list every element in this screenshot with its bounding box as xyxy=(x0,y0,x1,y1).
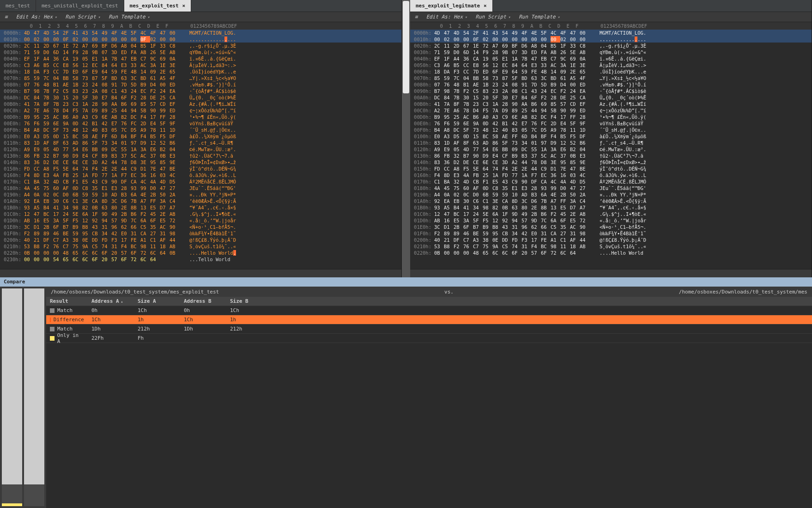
hex-row[interactable]: 0150h:FDCCA8F55E6474F42E2E44C9D17E47BEýÌ… xyxy=(410,165,812,172)
hex-row[interactable]: 01A0h:92EAEB30C6C13ECA8D3CD67BA7FF3AC4’ê… xyxy=(410,198,812,204)
hex-row[interactable]: 0140h:8336D2DECE6ECE3DA24478D83E95859Eƒ6… xyxy=(0,159,401,165)
hex-row[interactable]: 01C0h:1247BC17245E6A1F9D492BB6F2452EAB.G… xyxy=(0,211,401,217)
sync-scrollbar[interactable] xyxy=(402,0,410,277)
hex-row[interactable]: 00C0h:A27EA678D4F57AD9892544945B9099ED¢~… xyxy=(410,107,812,114)
hex-row[interactable]: 00F0h:B4A8DC5F7348124083057CD5A978111D´¨… xyxy=(410,127,812,133)
hex-row[interactable]: 0200h:4021DFC7A3380EDDFDF317FEA1C1AF44@!… xyxy=(410,237,812,243)
hex-row[interactable]: 0080h:077648B1AE1B232408917D5DB9D400ED.v… xyxy=(0,81,401,88)
hex-row[interactable]: 0230h:00000054656C6C6F20576F726C64...Tel… xyxy=(0,256,401,263)
hex-row[interactable]: 0110h:831DAF8F63AD865F73340197D91252B6ƒ.… xyxy=(0,140,401,146)
hex-row[interactable]: 0050h:C3A6B5CCE85612EC8464E333AC3A1E3EÃ¦… xyxy=(0,62,401,68)
hex-row[interactable]: 00E0h:76F6596E9A0D42B142E776FC2DE45F9Fvö… xyxy=(0,120,401,127)
hex-row[interactable]: 0210h:53B8F276C7759AC57431F4BC981118ABS¸… xyxy=(410,243,812,250)
hex-row[interactable]: 0000h:4D474D542F414354494F4E5F4C4F4700MG… xyxy=(0,30,401,36)
hex-row[interactable]: 01F0h:F2898946BE5995CB3442E031CA273198ò‰… xyxy=(0,230,401,237)
hex-row[interactable]: 0170h:C1BA324DCBF1E543C990DFCA4C4A4DD5Áº… xyxy=(410,178,812,185)
hex-row[interactable]: 00A0h:DC847B3015205F30E7B46FF228DE25CAÜ„… xyxy=(0,94,401,101)
close-icon[interactable]: × xyxy=(182,3,186,9)
hex-row[interactable]: 01E0h:3CD12B6FB7B9B84331966266C535AC90<Ñ… xyxy=(410,224,812,230)
hex-row[interactable]: 0010h:000200000F0200000000000000020000..… xyxy=(410,36,812,43)
hex-row[interactable]: 0190h:A40A020CD06B595910ADB36A4E2B502A¤.… xyxy=(410,191,812,198)
hex-row[interactable]: 01F0h:F2898946BE5995CB3442E031CA273198ò‰… xyxy=(410,230,812,237)
tab-mes_test[interactable]: mes_test xyxy=(0,0,36,12)
hex-row[interactable]: 0040h:EF1FA436CA1905E11A7B47EBC79C690Aï.… xyxy=(410,55,812,62)
hex-row[interactable]: 0130h:86FB32B790D9E4CFB9B3375CAC370BE3†û… xyxy=(410,153,812,159)
hex-row[interactable]: 0030h:7159D06D14F9289B073DEDFAAB265EABqY… xyxy=(0,49,401,55)
hex-row[interactable]: 01C0h:1247BC17245E6A1F9D492BB6F2452EAB.G… xyxy=(410,211,812,217)
hex-row[interactable]: 0180h:4A457560AF0DC835E1E3289399D04727JE… xyxy=(410,185,812,191)
hex-row[interactable]: 00E0h:76F6596E9A0D42B142E776FC2DE45F9Fvö… xyxy=(410,120,812,127)
hex-row[interactable]: 01B0h:93A5B4413498820B63802E8B13E5D7A7“¥… xyxy=(0,204,401,211)
hex-row[interactable]: 0140h:8336D2DECE6ECE3DA24478D83E95859Eƒ6… xyxy=(410,159,812,165)
compare-minimap[interactable] xyxy=(0,287,46,508)
hex-row[interactable]: 0090h:B7987BF2C583232A08C14324ECF224EA·˜… xyxy=(410,88,812,94)
hex-row[interactable]: 0200h:4021DFC7A3380EDDFDF317FEA1C1AF44@!… xyxy=(0,237,401,243)
col-address-b[interactable]: Address B xyxy=(180,298,226,304)
col-address-a[interactable]: Address A▴ xyxy=(88,298,134,304)
hex-row[interactable]: 0160h:F48DE34AFB251AFD771AF7EC3616034Cô.… xyxy=(410,172,812,178)
edit-as-dropdown[interactable]: Edit As: Hex▾ xyxy=(426,14,467,20)
run-script-dropdown[interactable]: Run Script▾ xyxy=(476,14,511,20)
compare-row-diff[interactable]: Difference1Ch1h1Ch1h xyxy=(46,315,812,324)
hex-row[interactable]: 01E0h:3CD12B6FB7B9B84331966266C535AC90<Ñ… xyxy=(0,224,401,230)
hex-row[interactable]: 0050h:C3A6B5CCE85612EC8464E333AC3A1E3EÃ¦… xyxy=(410,62,812,68)
hex-row[interactable]: 00A0h:DC847B3015205F30E7B46FF228DE25CAÜ„… xyxy=(410,94,812,101)
hex-row[interactable]: 0040h:EF1FA436CA1905E11A7B47EBC79C690Aï.… xyxy=(0,55,401,62)
hex-row[interactable]: 00D0h:B99525ACB6A0A3C96EAB82DCF417FF28¹•… xyxy=(410,114,812,120)
tab-mes_unistall_exploit_test[interactable]: mes_unistall_exploit_test xyxy=(36,0,124,12)
hex-row[interactable]: 0060h:18DAF3CC7DED6FE96459FE4B14092E65.Ú… xyxy=(0,68,401,75)
hex-row[interactable]: 0010h:000200000F020000000000000F020000..… xyxy=(0,36,401,43)
hex-row[interactable]: 0030h:7159D06D14F9289B073DEDFAAB265EABqY… xyxy=(410,49,812,55)
hex-row[interactable]: 01D0h:AB16E53A5FF5129294579D7C6A6FE572«.… xyxy=(0,217,401,224)
config-icon[interactable]: ≡ xyxy=(415,14,418,20)
config-icon[interactable]: ≡ xyxy=(5,14,8,20)
col-size-a[interactable]: Size A xyxy=(134,298,180,304)
compare-row-onlya[interactable]: Only in A22FhFh xyxy=(46,334,812,343)
hex-row[interactable]: 0110h:831DAF8F63AD865F73340197D91252B6ƒ.… xyxy=(410,140,812,146)
run-script-dropdown[interactable]: Run Script▾ xyxy=(66,14,101,20)
hex-row[interactable]: 0060h:18DAF3CC7DED6FE96459FE4B14092E65.Ú… xyxy=(410,68,812,75)
hex-row[interactable]: 0220h:0B00000048656C6C6F20576F726C64 ...… xyxy=(410,250,812,256)
hex-row[interactable]: 0120h:A9E9054D7754E6BB09DC551A3AE6B204©é… xyxy=(410,146,812,153)
hex-row[interactable]: 0000h:4D474D542F414354494F4E5F4C4F4700MG… xyxy=(410,30,812,36)
hex-row[interactable]: 0120h:A9E9054D7754E6BB09DC551A3AE6B204©é… xyxy=(0,146,401,153)
hex-row[interactable]: 00D0h:B99525ACB6A0A3C96EAB82DCF417FF28¹•… xyxy=(0,114,401,120)
compare-row-match[interactable]: Match1Dh212h1Dh212h xyxy=(46,324,812,334)
hex-row[interactable]: 00B0h:417A8F7B23C31A2890AAB6698557CDEFAz… xyxy=(410,101,812,107)
hex-row[interactable]: 0070h:85597C04BB5873875FBD633CBD61A54F…Y… xyxy=(0,75,401,81)
hex-row[interactable]: 0190h:A40A020CD06B595910ADB36A4E2B502A¤.… xyxy=(0,191,401,198)
hex-row[interactable]: 01A0h:92EAEB30C6C13ECA8D3CD67BA7FF3AC4’ê… xyxy=(0,198,401,204)
edit-as-dropdown[interactable]: Edit As: Hex▾ xyxy=(16,14,57,20)
hex-row[interactable]: 0180h:4A457560AF0DC835E1E3289399D04727JE… xyxy=(0,185,401,191)
hex-row[interactable]: 0210h:53B8F276C7759AC57431F4BC981118ABS¸… xyxy=(0,243,401,250)
hex-view-right[interactable]: 0000h:4D474D542F414354494F4E5F4C4F4700MG… xyxy=(410,30,812,269)
col-result[interactable]: Result xyxy=(46,298,88,304)
hex-row[interactable]: 0090h:B7987BF2C583232A08C14324ECF224EA·˜… xyxy=(0,88,401,94)
scroll-thumb[interactable] xyxy=(403,1,409,93)
run-template-dropdown[interactable]: Run Template▾ xyxy=(519,14,560,20)
hex-row[interactable]: 0020h:2C112D671E72A769BFD6A804B51F33C8,.… xyxy=(0,43,401,49)
hex-row[interactable]: 0100h:E0A3D50D15BC58AEFF6DB4BFF4B5F5DFà£… xyxy=(410,133,812,140)
tab-mes_exploit_legitmate[interactable]: mes_exploit_legitmate× xyxy=(410,0,493,12)
hex-row[interactable]: 0100h:E0A3D50D15BC58AEFF6DB4BFF4B5F5DFà£… xyxy=(0,133,401,140)
minimap-col-a[interactable] xyxy=(2,288,22,506)
hex-row[interactable]: 0160h:F48DE34AFB251AFD771AF7EC3616034Cô.… xyxy=(0,172,401,178)
hex-row[interactable]: 0220h:0B00000048656C6C6F20576F726C640B..… xyxy=(0,250,401,256)
compare-table-header[interactable]: Result Address A▴ Size A Address B Size … xyxy=(46,297,812,306)
hex-row[interactable]: 00C0h:A27EA678D4F57AD9892544945B9099ED¢~… xyxy=(0,107,401,114)
hex-row[interactable]: 01B0h:93A5B4413498820B63802E8B13E5D7A7“¥… xyxy=(410,204,812,211)
hex-row[interactable]: 0150h:FDCCA8F55E6474F42E2E44C9D17E47BEýÌ… xyxy=(0,165,401,172)
hex-row[interactable]: 0130h:86FB32B790D9E4CFB9B3375CAC370BE3†û… xyxy=(0,153,401,159)
hex-row[interactable]: 00B0h:417A8F7B23C31A2890AAB6698557CDEFAz… xyxy=(0,101,401,107)
hex-view-left[interactable]: 0000h:4D474D542F414354494F4E5F4C4F4700MG… xyxy=(0,30,401,269)
compare-row-match[interactable]: Match0h1Ch0h1Ch xyxy=(46,306,812,315)
hex-row[interactable]: 0020h:2C112D671E72A769BFD6A804B51F33C8,.… xyxy=(410,43,812,49)
minimap-col-b[interactable] xyxy=(24,288,44,506)
hex-row[interactable]: 0170h:C1BA324DCBF1E543C990DFCA4C4A4DD5Áº… xyxy=(0,178,401,185)
tab-mes_exploit_test[interactable]: mes_exploit_test× xyxy=(124,0,192,12)
hex-row[interactable]: 01D0h:AB16E53A5FF5129294579D7C6A6FE572«.… xyxy=(410,217,812,224)
run-template-dropdown[interactable]: Run Template▾ xyxy=(109,14,150,20)
hex-row[interactable]: 0070h:85597C04BB5873875FBD633CBD61A54F…Y… xyxy=(410,75,812,81)
hex-row[interactable]: 00F0h:B4A8DC5F7348124083057CD5A978111D´¨… xyxy=(0,127,401,133)
close-icon[interactable]: × xyxy=(484,3,487,9)
